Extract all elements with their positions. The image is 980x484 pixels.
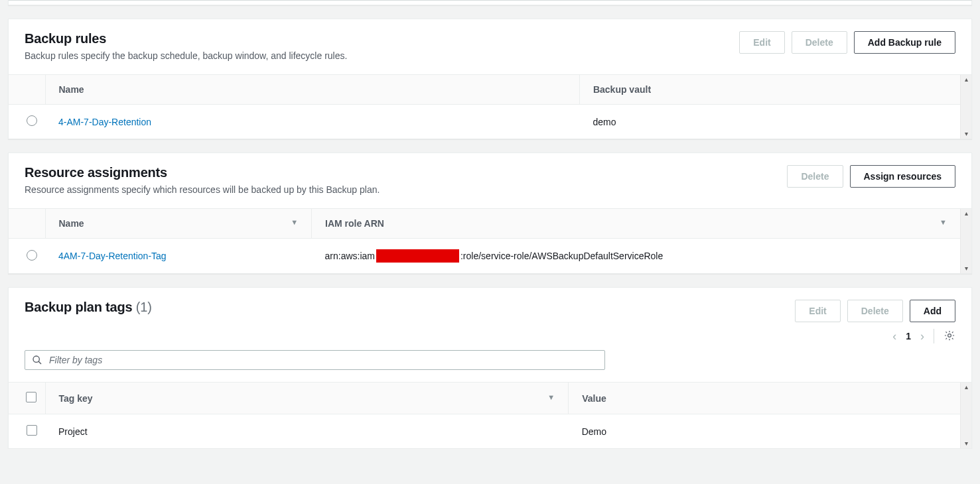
sort-desc-icon[interactable]: ▼ [547,393,555,401]
scroll-up-icon[interactable]: ▴ [961,75,971,84]
col-backup-vault[interactable]: Backup vault [579,75,960,105]
resource-assignments-title: Resource assignments [25,165,380,180]
col-name[interactable]: Name▼ [45,209,312,239]
scroll-down-icon[interactable]: ▾ [961,439,971,448]
tags-title: Backup plan tags (1) [25,300,152,315]
pagination: ‹ 1 › [892,329,955,343]
row-select-checkbox[interactable] [27,425,37,436]
backup-plan-tags-panel: Backup plan tags (1) Edit Delete Add ‹ 1… [8,287,972,449]
scroll-up-icon[interactable]: ▴ [961,209,971,218]
tag-value: Demo [569,414,960,449]
resource-assignments-desc: Resource assignments specify which resou… [25,184,380,195]
col-tag-key[interactable]: Tag key▼ [45,383,569,414]
rule-name-link[interactable]: 4-AM-7-Day-Retention [58,117,151,127]
resource-assignments-table: Name▼ IAM role ARN▼ 4AM-7-Day-Retention-… [9,209,960,273]
backup-rules-table: Name Backup vault 4-AM-7-Day-Retention d… [9,75,960,139]
assign-resources-button[interactable]: Assign resources [850,165,956,188]
tags-table: Tag key▼ Value Project Demo [9,383,960,448]
iam-role-arn: arn:aws:iam:role/service-role/AWSBackupD… [312,239,960,274]
tag-filter-search[interactable] [25,350,605,370]
backup-rules-desc: Backup rules specify the backup schedule… [25,50,347,61]
row-select-radio[interactable] [27,115,37,126]
table-row: 4AM-7-Day-Retention-Tag arn:aws:iam:role… [9,239,960,274]
scroll-down-icon[interactable]: ▾ [961,264,971,273]
rule-vault: demo [579,105,960,139]
col-name[interactable]: Name [45,75,579,105]
scroll-up-icon[interactable]: ▴ [961,383,971,392]
edit-button[interactable]: Edit [795,300,840,322]
backup-rules-panel: Backup rules Backup rules specify the ba… [8,19,972,139]
sort-desc-icon[interactable]: ▼ [940,218,947,226]
col-value[interactable]: Value [569,383,960,414]
col-iam-role[interactable]: IAM role ARN▼ [312,209,960,239]
backup-rules-title: Backup rules [25,31,347,46]
select-all-checkbox[interactable] [26,392,36,402]
add-tag-button[interactable]: Add [910,300,955,322]
settings-icon[interactable] [944,330,955,343]
edit-button[interactable]: Edit [739,31,784,54]
sort-desc-icon[interactable]: ▼ [291,218,298,226]
table-row: 4-AM-7-Day-Retention demo [9,105,960,139]
delete-button[interactable]: Delete [787,165,843,188]
table-row: Project Demo [9,414,960,449]
tag-key: Project [45,414,569,449]
svg-point-1 [33,356,39,362]
tag-filter-input[interactable] [49,355,598,365]
row-select-radio[interactable] [27,250,37,261]
resource-assignments-panel: Resource assignments Resource assignment… [8,152,972,274]
next-page-icon[interactable]: › [920,330,924,342]
redacted-account-id [376,249,459,263]
truncated-panel-top [8,0,972,5]
delete-button[interactable]: Delete [847,300,903,322]
scrollbar[interactable]: ▴ ▾ [960,75,971,139]
svg-point-0 [948,333,951,337]
scrollbar[interactable]: ▴ ▾ [960,209,971,273]
assignment-name-link[interactable]: 4AM-7-Day-Retention-Tag [58,251,167,261]
add-backup-rule-button[interactable]: Add Backup rule [854,31,955,54]
page-number: 1 [906,331,911,341]
scrollbar[interactable]: ▴ ▾ [960,383,971,448]
search-icon [32,355,42,365]
svg-line-2 [38,361,41,364]
delete-button[interactable]: Delete [792,31,847,54]
prev-page-icon[interactable]: ‹ [892,330,896,342]
scroll-down-icon[interactable]: ▾ [961,129,971,139]
